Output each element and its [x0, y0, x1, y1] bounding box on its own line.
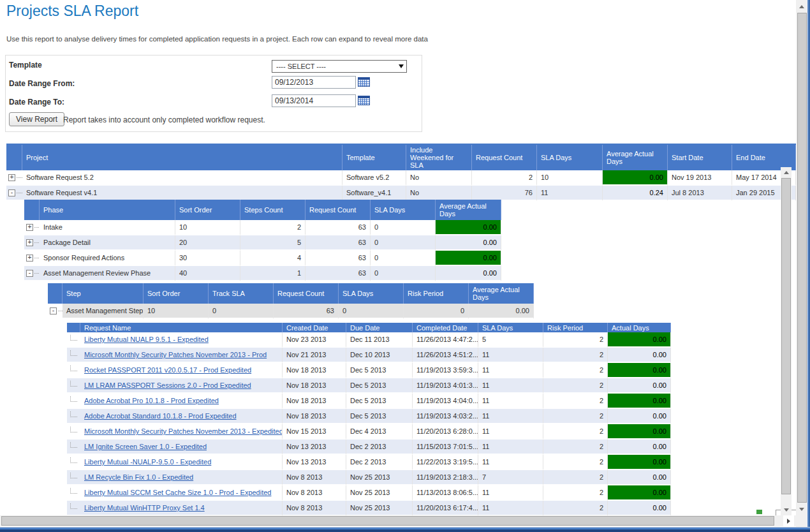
expand-toggle-icon[interactable]: + — [26, 239, 33, 246]
cell-risk-period: 2 — [543, 394, 608, 409]
page-description: Use this report to analyse delivery time… — [6, 35, 428, 43]
cell-completed-date: 11/19/2013 3:59:3... — [413, 363, 478, 378]
cell-due-date: Dec 5 2013 — [346, 363, 413, 378]
scroll-up-button[interactable] — [796, 1, 807, 12]
cell-request-name: Liberty Mutual -NUALP-9.5.0 - Expedited — [80, 455, 283, 470]
tree-branch-icon — [70, 411, 77, 417]
cell-sla-days: 11 — [478, 440, 543, 455]
cell-request-count: 63 — [274, 304, 339, 319]
header-actual-days: Actual Days — [608, 323, 671, 332]
request-link[interactable]: LM Recycle Bin Fix 1.0 - Expedited — [84, 473, 193, 481]
cell-created-date: Nov 23 2013 — [283, 332, 346, 348]
phase-row: + Sponsor Required Actions 30 4 63 0 0.0… — [24, 251, 501, 266]
cell-actual-days: 0.00 — [608, 363, 671, 378]
request-link[interactable]: Liberty Mutual WinHTTP Proxy Set 1.4 — [84, 504, 205, 512]
horizontal-scrollbar[interactable] — [0, 515, 796, 526]
header-spacer — [48, 283, 63, 304]
cell-sla-days: 11 — [478, 455, 543, 470]
scroll-down-button[interactable] — [796, 504, 807, 515]
cell-actual-days: 0.00 — [608, 501, 671, 516]
scroll-up-button[interactable] — [781, 167, 792, 178]
header-request-count: Request Count — [274, 283, 339, 304]
collapse-toggle-icon[interactable]: - — [8, 189, 15, 196]
cell-steps-count: 4 — [240, 251, 306, 266]
cell-due-date: Dec 4 2013 — [346, 424, 413, 440]
request-row: Liberty Mutual NUALP 9.5.1 - Expedited N… — [67, 332, 671, 348]
request-row: LM Recycle Bin Fix 1.0 - Expedited Nov 8… — [67, 470, 671, 485]
steps-table: Step Sort Order Track SLA Request Count … — [48, 283, 534, 319]
date-from-input[interactable] — [272, 76, 356, 89]
scrollbar-thumb[interactable] — [781, 178, 791, 494]
request-link[interactable]: Microsoft Monthly Security Patches Novem… — [84, 427, 283, 435]
request-link[interactable]: LM Ignite Screen Saver 1.0 - Expedited — [84, 443, 207, 450]
cell-steps-count: 5 — [240, 235, 306, 251]
scrollbar-thumb[interactable] — [1, 516, 774, 526]
cell-due-date: Nov 25 2013 — [346, 501, 413, 516]
scrollbar-thumb[interactable] — [797, 13, 807, 503]
calendar-icon[interactable] — [358, 77, 370, 87]
cell-average-actual-days: 0.00 — [436, 220, 501, 235]
request-row: Adobe Acrobat Standard 10.1.8 - Prod Exp… — [67, 409, 671, 424]
page-vertical-scrollbar[interactable] — [796, 0, 807, 527]
request-row: Rocket PASSPORT 2011 v20.0.5.17 - Prod E… — [67, 363, 671, 378]
header-step: Step — [63, 283, 144, 304]
calendar-icon[interactable] — [358, 96, 370, 105]
request-link[interactable]: LM LRAM PASSPORT Sessions 2.0 - Prod Exp… — [84, 381, 251, 389]
request-link[interactable]: Liberty Mutual -NUALP-9.5.0 - Expedited — [84, 458, 211, 466]
cell-created-date: Nov 18 2013 — [283, 409, 346, 424]
expand-toggle-icon[interactable]: + — [26, 255, 33, 262]
tree-dots-icon — [34, 273, 40, 274]
cell-completed-date: 11/20/2013 6:17:4... — [413, 501, 478, 516]
cell-average-actual-days: 0.00 — [469, 304, 534, 319]
expand-toggle-icon[interactable]: + — [8, 174, 15, 181]
table-vertical-scrollbar[interactable] — [781, 167, 792, 515]
cell-include-weekend: No — [406, 170, 472, 186]
request-link[interactable]: Rocket PASSPORT 2011 v20.0.5.17 - Prod E… — [84, 366, 251, 374]
cell-sla-days: 11 — [478, 501, 543, 516]
header-request-count: Request Count — [306, 200, 371, 220]
date-to-input[interactable] — [272, 94, 356, 107]
tree-branch-icon — [70, 335, 77, 341]
view-report-button[interactable]: View Report — [9, 112, 64, 126]
cell-steps-count: 1 — [240, 266, 306, 281]
cell-created-date: Nov 8 2013 — [283, 485, 346, 501]
scroll-down-button[interactable] — [781, 505, 792, 515]
cell-phase: Intake — [40, 220, 175, 235]
template-select[interactable]: ---- SELECT ---- — [272, 60, 407, 73]
request-link[interactable]: Liberty Mutual SCCM Set Cache Size 1.0 -… — [84, 489, 271, 496]
cell-risk-period: 2 — [543, 440, 608, 455]
cell-sla-days: 11 — [478, 348, 543, 363]
request-link[interactable]: Adobe Acrobat Standard 10.1.8 - Prod Exp… — [84, 412, 237, 420]
cell-actual-days: 0.00 — [608, 348, 671, 363]
cell-sla-days: 0 — [371, 266, 436, 281]
cell-completed-date: 11/19/2013 4:03:2... — [413, 409, 478, 424]
cell-average-actual-days: 0.24 — [603, 186, 668, 201]
request-link[interactable]: Microsoft Monthly Security Patches Novem… — [84, 351, 267, 358]
cell-sla-days: 0 — [371, 251, 436, 266]
cell-actual-days: 0.00 — [608, 440, 671, 455]
cell-sla-days: 11 — [478, 409, 543, 424]
header-average-actual-days: Average Actual Days — [469, 283, 534, 304]
chevron-down-icon — [399, 64, 404, 68]
cell-request-name: Liberty Mutual NUALP 9.5.1 - Expedited — [80, 332, 283, 348]
cell-phase: Asset Management Review Phase — [40, 266, 175, 281]
cell-project: Software Request v4.1 — [22, 186, 342, 201]
cell-request-count: 63 — [306, 251, 371, 266]
request-link[interactable]: Adobe Acrobat Pro 10.1.8 - Prod Expedite… — [84, 397, 219, 404]
cell-risk-period: 2 — [543, 424, 608, 440]
cell-due-date: Dec 5 2013 — [346, 394, 413, 409]
header-sort-order: Sort Order — [175, 200, 240, 220]
collapse-toggle-icon[interactable]: - — [26, 270, 33, 277]
cell-risk-period: 2 — [543, 348, 608, 363]
collapse-toggle-icon[interactable]: - — [50, 307, 57, 314]
cell-due-date: Dec 5 2013 — [346, 409, 413, 424]
header-completed-date: Completed Date — [413, 323, 478, 332]
header-sla-days: SLA Days — [537, 145, 603, 170]
scroll-right-button[interactable] — [783, 515, 794, 526]
header-average-actual-days: Average Actual Days — [436, 200, 501, 220]
cell-completed-date: 11/26/2013 4:47:2... — [413, 332, 478, 348]
request-link[interactable]: Liberty Mutual NUALP 9.5.1 - Expedited — [84, 336, 209, 343]
tree-branch-icon — [70, 366, 77, 371]
header-start-date: Start Date — [668, 145, 732, 170]
expand-toggle-icon[interactable]: + — [26, 224, 33, 231]
